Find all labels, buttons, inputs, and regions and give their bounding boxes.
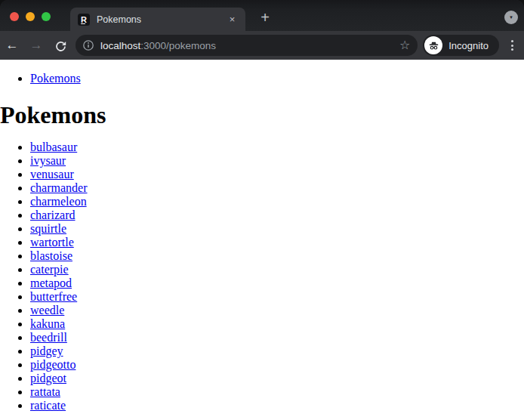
- pokemon-link[interactable]: caterpie: [30, 263, 69, 276]
- tab-search-button[interactable]: ▾: [504, 11, 518, 24]
- pokemon-link[interactable]: charmander: [30, 181, 88, 194]
- nav-list-item: Pokemons: [30, 72, 524, 85]
- bookmark-star-button[interactable]: ☆: [399, 39, 410, 51]
- address-bar[interactable]: localhost:3000/pokemons ☆: [76, 35, 418, 56]
- arrow-left-icon: ←: [6, 38, 19, 52]
- pokemon-link[interactable]: weedle: [30, 304, 64, 317]
- tab-title: Pokemons: [97, 14, 226, 25]
- browser-window: R Pokemons × + ▾ ← →: [0, 0, 524, 420]
- pokemon-list-item: pidgeot: [30, 372, 524, 385]
- pokemon-list-item: bulbasaur: [30, 141, 524, 154]
- reload-button[interactable]: [48, 39, 72, 53]
- incognito-avatar: [424, 36, 442, 54]
- pokemon-list-item: ivysaur: [30, 154, 524, 168]
- pokemon-list-item: pidgey: [30, 344, 524, 358]
- chevron-down-icon: ▾: [510, 14, 513, 20]
- tab-strip: R Pokemons × + ▾: [0, 0, 524, 31]
- pokemon-list-item: caterpie: [30, 263, 524, 276]
- pokemon-link[interactable]: wartortle: [30, 236, 74, 249]
- pokemon-list-item: raticate: [30, 399, 524, 412]
- traffic-light-zoom-button[interactable]: [42, 12, 51, 21]
- pokemon-list-item: blastoise: [30, 249, 524, 263]
- kebab-menu-icon: [511, 40, 513, 42]
- pokemon-list-item: weedle: [30, 304, 524, 317]
- pokemon-list-item: butterfree: [30, 290, 524, 304]
- nav-list: Pokemons: [0, 72, 524, 85]
- pokemon-list-item: venusaur: [30, 168, 524, 181]
- pokemon-list-item: wartortle: [30, 236, 524, 249]
- traffic-light-minimize-button[interactable]: [26, 12, 35, 21]
- pokemon-link[interactable]: metapod: [30, 276, 72, 289]
- pokemon-link[interactable]: bulbasaur: [30, 141, 77, 153]
- url-path: :3000/pokemons: [140, 40, 216, 51]
- pokemon-list-item: charizard: [30, 208, 524, 222]
- pokemon-link[interactable]: ivysaur: [30, 154, 66, 167]
- pokemon-list-item: rattata: [30, 385, 524, 399]
- browser-menu-button[interactable]: [504, 40, 519, 51]
- pokemon-link[interactable]: beedrill: [30, 331, 67, 344]
- arrow-right-icon: →: [30, 38, 43, 52]
- traffic-light-close-button[interactable]: [10, 12, 19, 21]
- info-circle-icon: [82, 39, 94, 51]
- pokemon-link[interactable]: rattata: [30, 385, 60, 398]
- site-info-button[interactable]: [82, 39, 94, 51]
- pokemon-link[interactable]: venusaur: [30, 168, 74, 181]
- pokemon-list-item: beedrill: [30, 331, 524, 344]
- browser-tab-pokemons[interactable]: R Pokemons ×: [70, 8, 245, 31]
- incognito-label: Incognito: [448, 40, 489, 51]
- page-title: Pokemons: [0, 101, 524, 128]
- pokemon-link[interactable]: pidgey: [30, 344, 63, 357]
- pokemon-link[interactable]: pidgeotto: [30, 358, 76, 371]
- url-host: localhost: [100, 40, 140, 51]
- pokemon-list: bulbasaurivysaurvenusaurcharmandercharme…: [0, 141, 524, 412]
- back-button[interactable]: ←: [0, 31, 24, 60]
- pokemon-link[interactable]: raticate: [30, 399, 66, 412]
- browser-toolbar: ← → localhost:3000/pokemons ☆: [0, 31, 524, 60]
- pokemon-list-item: kakuna: [30, 317, 524, 331]
- pokemon-link[interactable]: charmeleon: [30, 195, 87, 208]
- incognito-badge: Incognito: [423, 35, 499, 56]
- forward-button[interactable]: →: [24, 31, 48, 60]
- new-tab-button[interactable]: +: [255, 8, 275, 28]
- incognito-icon: [428, 40, 439, 51]
- pokemon-list-item: charmander: [30, 181, 524, 195]
- url-text: localhost:3000/pokemons: [100, 40, 216, 51]
- remix-logo-favicon-icon: R: [78, 14, 90, 26]
- tab-close-button[interactable]: ×: [226, 13, 239, 26]
- pokemon-link[interactable]: butterfree: [30, 290, 77, 303]
- pokemon-list-item: pidgeotto: [30, 358, 524, 372]
- pokemon-link[interactable]: blastoise: [30, 249, 72, 262]
- page-content: Pokemons Pokemons bulbasaurivysaurvenusa…: [0, 60, 524, 420]
- pokemon-link[interactable]: pidgeot: [30, 372, 66, 384]
- reload-icon: [54, 40, 67, 53]
- nav-link-pokemons[interactable]: Pokemons: [30, 72, 81, 85]
- traffic-lights: [10, 12, 51, 21]
- pokemon-list-item: charmeleon: [30, 195, 524, 208]
- pokemon-list-item: squirtle: [30, 222, 524, 236]
- pokemon-link[interactable]: charizard: [30, 208, 76, 221]
- pokemon-list-item: metapod: [30, 276, 524, 290]
- pokemon-link[interactable]: squirtle: [30, 222, 66, 235]
- pokemon-link[interactable]: kakuna: [30, 317, 65, 330]
